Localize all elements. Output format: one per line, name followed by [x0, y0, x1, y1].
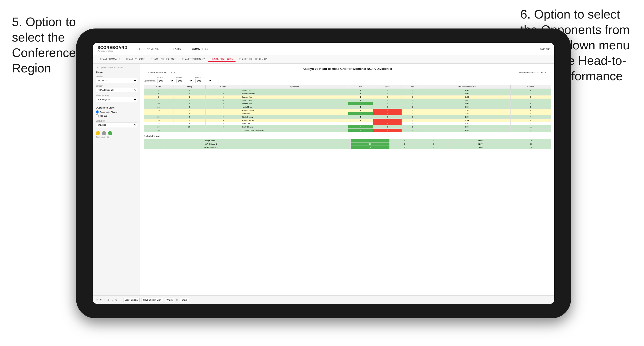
table-cell: 6: [510, 129, 551, 132]
table-cell: 1: [205, 109, 241, 112]
view-original-btn[interactable]: View: Original: [123, 298, 140, 302]
sidebar-updated: Last Updated: 27/03/2024 10:41: [96, 66, 137, 69]
toolbar-share-icon[interactable]: ⊕: [176, 299, 178, 301]
table-cell: 1: [205, 89, 241, 92]
sidebar-radio-opponents-played[interactable]: Opponents Played: [96, 110, 137, 114]
table-cell: 8: [173, 115, 205, 119]
table-row: 19106Emily Chang4000.3011: [144, 125, 551, 129]
sidebar-radio-top100[interactable]: Top 100: [96, 114, 137, 117]
logo-sub: Powered by clippd: [98, 50, 128, 52]
table-cell: 11: [144, 105, 174, 109]
table-cell: 0: [419, 139, 448, 143]
table-cell: 1: [348, 115, 373, 119]
table-cell: 3: [510, 92, 551, 95]
sidebar-gender-label: Gender: [96, 75, 137, 78]
nav-teams[interactable]: TEAMS: [170, 46, 183, 51]
table-cell: 16: [144, 119, 174, 122]
table-cell: [183, 139, 203, 143]
save-custom-btn[interactable]: Save Custom View: [142, 298, 163, 302]
table-cell: 2: [348, 102, 373, 105]
table-cell: 20: [144, 129, 174, 132]
subnav-player-h2h-heatmap[interactable]: PLAYER H2H HEATMAP: [236, 57, 269, 61]
table-cell: Sharon Mun: [241, 99, 348, 102]
content-records: Overall Record: 353 - 34 - 6 Division Re…: [144, 71, 551, 74]
radio-label-opponents-played: Opponents Played: [100, 111, 117, 113]
sidebar-player-rank-dropdown[interactable]: 8. Katelyn Vo: [96, 97, 137, 102]
th-loss: Loss: [373, 85, 402, 89]
subnav-player-summary[interactable]: PLAYER SUMMARY: [180, 57, 208, 61]
table-cell: 0: [419, 146, 448, 149]
watch-btn[interactable]: Watch: [165, 298, 174, 302]
table-cell: 15: [350, 143, 390, 146]
toolbar-clock-icon[interactable]: ⏱: [115, 299, 117, 301]
table-cell: 1.33: [423, 129, 510, 132]
table-cell: 1.50: [423, 89, 510, 92]
table-cell: 10: [512, 146, 551, 149]
top-nav: SCOREBOARD Powered by clippd TOURNAMENTS…: [93, 43, 554, 55]
sidebar-player-rank-label: Player (Rank): [96, 94, 137, 97]
subnav-team-summary[interactable]: TEAM SUMMARY: [98, 57, 122, 61]
table-cell: 3: [173, 95, 205, 99]
content-area: Katelyn Vo Head-to-Head Grid for Women's…: [140, 64, 554, 295]
table-cell: 1: [350, 139, 390, 143]
nav-committee[interactable]: COMMITTEE: [190, 46, 210, 51]
sidebar-division-dropdown[interactable]: NCAA Division III: [96, 88, 137, 92]
filter-group-region: Region (All): [157, 76, 174, 83]
main-table-section: # Div # Reg # Conf Opponent Win Loss Tie…: [144, 85, 551, 132]
opponent-filter-dropdown[interactable]: (All): [195, 79, 212, 83]
table-cell: 4: [510, 102, 551, 105]
table-row: 1063Andrea York2004.004: [144, 102, 551, 105]
table-cell: 0: [402, 109, 423, 112]
th-opponent: Opponent: [241, 85, 348, 89]
sign-out-link[interactable]: Sign out: [540, 47, 550, 50]
nav-tournaments[interactable]: TOURNAMENTS: [137, 46, 162, 51]
table-cell: 0: [402, 115, 423, 119]
toolbar-paste-icon[interactable]: ⌄: [111, 299, 113, 301]
sidebar-gender-dropdown[interactable]: Women's: [96, 78, 137, 83]
table-cell: 11: [510, 125, 551, 129]
sidebar-opponent-view-title: Opponent view: [96, 106, 137, 109]
table-cell: [183, 143, 203, 146]
table-cell: 1: [173, 99, 205, 102]
sidebar-colour-by-dropdown[interactable]: Win/loss: [96, 123, 137, 127]
table-cell: -5.00: [423, 122, 510, 125]
table-cell: 1: [348, 95, 373, 99]
table-cell: 1: [348, 99, 373, 102]
content-title: Katelyn Vo Head-to-Head Grid for Women's…: [144, 67, 551, 71]
table-cell: 4.500: [448, 139, 512, 143]
toolbar-undo2-icon[interactable]: ↩: [104, 299, 106, 301]
tablet: SCOREBOARD Powered by clippd TOURNAMENTS…: [76, 28, 571, 318]
out-of-division-title: Out of division: [144, 135, 551, 138]
table-cell: 2: [510, 122, 551, 125]
table-cell: 9: [510, 112, 551, 115]
table-cell: 3: [144, 89, 174, 92]
conference-filter-dropdown[interactable]: (All): [176, 79, 193, 83]
legend-down-label: Down: [96, 136, 100, 138]
share-btn[interactable]: Share: [180, 298, 189, 302]
table-cell: 1: [173, 109, 205, 112]
table-cell: 0: [402, 92, 423, 95]
division-record: Division Record: 331 - 34 - 6: [519, 71, 546, 74]
subnav-player-h2h-grid[interactable]: PLAYER H2H GRID: [208, 57, 236, 62]
toolbar-redo-icon[interactable]: ↻: [100, 299, 102, 301]
table-cell: 0: [402, 129, 423, 132]
table-row: 1474Eunice Yi2200.389: [144, 112, 551, 115]
table-cell: 2: [205, 92, 241, 95]
subnav-team-h2h-heatmap[interactable]: TEAM H2H HEATMAP: [149, 57, 179, 61]
table-cell: 5: [205, 115, 241, 119]
table-cell: 0: [419, 143, 448, 146]
table-cell: Federica Domecq Lacroze: [241, 129, 348, 132]
toolbar-undo-icon[interactable]: ↩: [96, 299, 98, 301]
table-cell: 3: [173, 89, 205, 92]
table-cell: 3: [173, 119, 205, 122]
out-of-division-table-section: Foreign Team1004.5002NAIA Division 11500…: [144, 139, 551, 149]
table-cell: -0.94: [423, 119, 510, 122]
table-cell: [164, 143, 183, 146]
table-row: NCAA Division 25007.40010: [144, 146, 551, 149]
toolbar-copy-icon[interactable]: ⊞: [108, 299, 110, 301]
table-row: 331Esther Lee1001.504: [144, 89, 551, 92]
table-cell: Sydney Kuo: [241, 95, 348, 99]
region-filter-dropdown[interactable]: (All): [157, 79, 174, 83]
subnav-team-h2h-grid[interactable]: TEAM H2H GRID: [124, 57, 148, 61]
table-cell: 0: [402, 105, 423, 109]
